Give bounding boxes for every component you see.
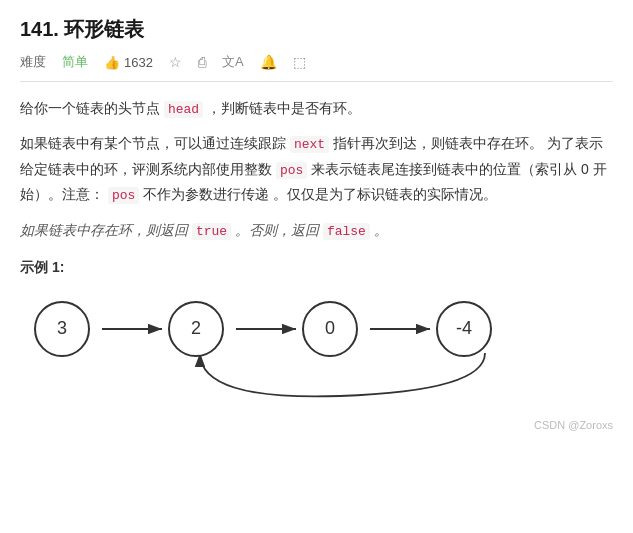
thumb-icon: 👍 (104, 55, 120, 70)
example-title: 示例 1: (20, 259, 613, 277)
share-icon[interactable]: ⎙ (198, 54, 206, 70)
false-code: false (323, 223, 370, 240)
italic-block: 如果链表中存在环，则返回 true 。否则，返回 false 。 (20, 218, 613, 243)
difficulty-label: 难度 (20, 53, 46, 71)
bookmark-icon[interactable]: ⬚ (293, 54, 306, 70)
description-para1: 给你一个链表的头节点 head ，判断链表中是否有环。 (20, 96, 613, 121)
diagram-area: 3 2 0 -4 (30, 291, 590, 421)
pos-code: pos (276, 162, 307, 179)
node-3: 3 (34, 301, 90, 357)
bell-icon[interactable]: 🔔 (260, 54, 277, 70)
meta-row: 难度 简单 👍 1632 ☆ ⎙ 文A 🔔 ⬚ (20, 53, 613, 82)
node-neg4: -4 (436, 301, 492, 357)
like-count: 1632 (124, 55, 153, 70)
description-para2: 如果链表中有某个节点，可以通过连续跟踪 next 指针再次到达，则链表中存在环。… (20, 131, 613, 207)
next-code: next (290, 136, 329, 153)
node-2: 2 (168, 301, 224, 357)
like-button[interactable]: 👍 1632 (104, 55, 153, 70)
page-container: 141. 环形链表 难度 简单 👍 1632 ☆ ⎙ 文A 🔔 ⬚ 给你一个链表… (0, 0, 633, 451)
difficulty-value: 简单 (62, 53, 88, 71)
node-0: 0 (302, 301, 358, 357)
star-icon[interactable]: ☆ (169, 54, 182, 70)
head-code: head (164, 101, 203, 118)
problem-title: 141. 环形链表 (20, 16, 613, 43)
pos-code2: pos (108, 187, 139, 204)
translate-icon[interactable]: 文A (222, 53, 244, 71)
true-code: true (192, 223, 231, 240)
